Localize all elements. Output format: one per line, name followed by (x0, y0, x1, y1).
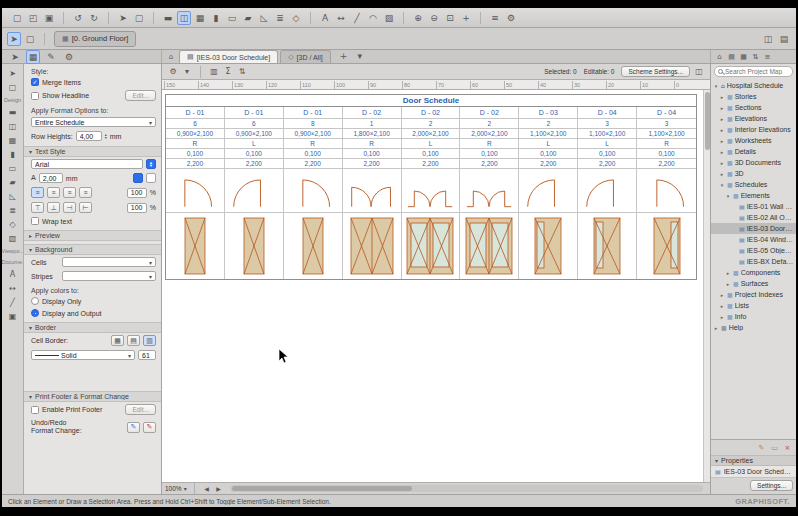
horizontal-scrollbar[interactable] (230, 485, 703, 492)
schedule-cell-hinge[interactable]: L (578, 139, 637, 149)
expand-arrow-icon[interactable]: ▸ (719, 314, 725, 320)
expand-arrow-icon[interactable]: ▸ (719, 149, 725, 155)
door-plan-symbol[interactable] (460, 169, 519, 213)
expand-arrow-icon[interactable]: ▸ (719, 303, 725, 309)
door-plan-symbol[interactable] (637, 169, 696, 213)
navigator-search[interactable] (714, 66, 793, 77)
text-tool-icon[interactable]: A (318, 11, 332, 25)
align-left-button[interactable] (31, 187, 44, 198)
redo-icon[interactable]: ↻ (87, 11, 101, 25)
delete-x-icon[interactable]: × (782, 442, 793, 453)
schedule-cell-sill[interactable]: 0,100 (284, 149, 343, 159)
schedule-cell-id[interactable]: D - 04 (637, 107, 696, 119)
schedule-cell-id[interactable]: D - 02 (343, 107, 402, 119)
schedule-cell-size[interactable]: 2,000×2,100 (460, 129, 519, 139)
border-pen-input[interactable]: 61 (138, 350, 156, 360)
display-and-output-radio[interactable] (31, 309, 39, 317)
window-tool-icon[interactable]: ▦ (5, 134, 21, 147)
text-style-section-header[interactable]: Text Style (24, 146, 161, 157)
schedule-cell-head[interactable]: 2,200 (284, 159, 343, 169)
row-heights-stepper[interactable]: ▴▾ (105, 133, 107, 139)
schedule-cell-id[interactable]: D - 03 (519, 107, 578, 119)
door-elevation-symbol[interactable] (637, 213, 696, 279)
beam-tool-icon[interactable]: ▭ (5, 162, 21, 175)
column-tool-icon[interactable]: ▮ (5, 148, 21, 161)
schedule-cell-hinge[interactable]: R (166, 139, 225, 149)
zoom-level-value[interactable]: 100% (165, 485, 182, 492)
door-plan-symbol[interactable] (578, 169, 637, 213)
tree-item[interactable]: ▸■3D Documents (711, 157, 796, 168)
tree-item[interactable]: ▸■Details (711, 146, 796, 157)
beam-tool-icon[interactable]: ▭ (225, 11, 239, 25)
options-panel-tab-icon[interactable]: ⚙ (62, 50, 76, 64)
headline-edit-button[interactable]: Edit... (125, 90, 156, 101)
text-tool-icon[interactable]: A (5, 268, 21, 281)
valign-right-button[interactable] (79, 202, 92, 213)
dimension-tool-icon[interactable]: ↔ (5, 282, 21, 295)
arrow-mode-icon[interactable]: ➤ (7, 32, 21, 46)
tree-item[interactable]: ▸■Components (711, 267, 796, 278)
tree-item[interactable]: ▤IES-05 Object Inventory (711, 245, 796, 256)
format-panel-tab-icon[interactable]: ▦ (26, 50, 40, 64)
tree-item[interactable]: ▸■Elevations (711, 113, 796, 124)
schedule-cell-id[interactable]: D - 02 (402, 107, 461, 119)
schedule-title[interactable]: Door Schedule (166, 95, 696, 107)
line-tool-icon[interactable]: ╱ (350, 11, 364, 25)
undo-icon[interactable]: ↺ (71, 11, 85, 25)
schedule-cell-count[interactable]: 1 (343, 119, 402, 129)
settings-button[interactable]: Settings... (750, 480, 793, 491)
next-view-icon[interactable]: ▶ (214, 484, 224, 494)
pane-split-icon[interactable]: ◫ (761, 32, 775, 46)
border-section-header[interactable]: Border (24, 322, 161, 333)
schedule-cell-count[interactable]: 3 (578, 119, 637, 129)
zoom-out-icon[interactable]: ⊖ (427, 11, 441, 25)
tree-item[interactable]: ▤IES-01 Wall Schedule (711, 201, 796, 212)
open-file-icon[interactable]: ◰ (26, 11, 40, 25)
collapse-arrow-icon[interactable]: ▾ (719, 182, 725, 188)
active-story-tab[interactable]: ▦ [0. Ground Floor] (54, 31, 136, 47)
scheme-settings-button[interactable]: Scheme Settings... (621, 66, 690, 77)
schedule-cell-hinge[interactable]: L (225, 139, 284, 149)
window-tool-icon[interactable]: ▦ (193, 11, 207, 25)
print-footer-edit-button[interactable]: Edit... (125, 404, 156, 415)
schedule-cell-sill[interactable]: 0,100 (460, 149, 519, 159)
roof-tool-icon[interactable]: ◺ (5, 190, 21, 203)
schedule-cell-count[interactable]: 6 (225, 119, 284, 129)
collapse-arrow-icon[interactable]: ▾ (713, 83, 719, 89)
schedule-cell-hinge[interactable]: L (519, 139, 578, 149)
schedule-cell-head[interactable]: 2,200 (519, 159, 578, 169)
font-family-dropdown[interactable]: Arial (31, 159, 143, 169)
font-dropdown-stepper[interactable]: ▲▼ (146, 159, 156, 169)
schedule-cell-hinge[interactable]: R (460, 139, 519, 149)
door-tool-icon[interactable]: ◫ (177, 11, 191, 25)
object-tool-icon[interactable]: ◇ (289, 11, 303, 25)
wall-tool-icon[interactable]: ▬ (5, 106, 21, 119)
border-style-dropdown[interactable]: Solid (31, 350, 135, 360)
navigator-options-icon[interactable]: ≡ (762, 51, 773, 62)
undo-format-button[interactable] (127, 422, 140, 433)
pan-icon[interactable]: + (459, 11, 473, 25)
object-tool-icon[interactable]: ◇ (5, 218, 21, 231)
schedule-canvas[interactable]: Door Schedule D - 01D - 01D - 01D - 02D … (162, 90, 710, 482)
tree-item[interactable]: ▾■Elements (711, 190, 796, 201)
schedule-cell-head[interactable]: 2,200 (343, 159, 402, 169)
schedule-cell-count[interactable]: 2 (402, 119, 461, 129)
zone-tool-icon[interactable]: ▧ (5, 232, 21, 245)
merge-items-checkbox[interactable] (31, 78, 39, 86)
schedule-cell-sill[interactable]: 0,100 (578, 149, 637, 159)
roof-tool-icon[interactable]: ◺ (257, 11, 271, 25)
schedule-cell-head[interactable]: 2,200 (166, 159, 225, 169)
schedule-cell-hinge[interactable]: R (637, 139, 696, 149)
door-plan-symbol[interactable] (519, 169, 578, 213)
tree-item[interactable]: ▤IES-04 Window Schedule (711, 234, 796, 245)
schedule-cell-count[interactable]: 2 (519, 119, 578, 129)
schedule-cell-hinge[interactable]: R (343, 139, 402, 149)
schedule-cell-size[interactable]: 2,000×2,100 (402, 129, 461, 139)
schedule-cell-size[interactable]: 0,900×2,100 (225, 129, 284, 139)
row-heights-input[interactable]: 4,00 (76, 131, 102, 141)
valign-left-button[interactable] (63, 202, 76, 213)
schedule-cell-head[interactable]: 2,200 (225, 159, 284, 169)
wall-tool-icon[interactable]: ▬ (161, 11, 175, 25)
schedule-cell-id[interactable]: D - 01 (166, 107, 225, 119)
vertical-scrollbar[interactable] (703, 90, 710, 482)
